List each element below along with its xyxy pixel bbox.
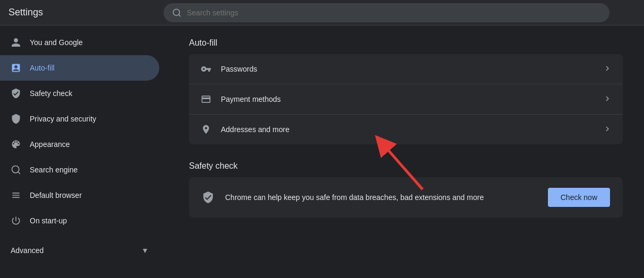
svg-line-1 xyxy=(178,14,180,16)
sidebar-item-label-auto-fill: Auto-fill xyxy=(30,64,55,72)
sidebar-item-label-appearance: Appearance xyxy=(30,140,70,149)
sidebar-item-you-and-google[interactable]: You and Google xyxy=(0,30,159,55)
sidebar-item-label-you-and-google: You and Google xyxy=(30,38,83,47)
safety-check-description: Chrome can help keep you safe from data … xyxy=(225,193,537,202)
addresses-label: Addresses and more xyxy=(221,125,594,134)
sidebar-item-label-safety-check: Safety check xyxy=(30,89,72,98)
sidebar-item-safety-check[interactable]: Safety check xyxy=(0,81,159,106)
location-pin-icon xyxy=(200,123,212,136)
sidebar-item-search-engine[interactable]: Search engine xyxy=(0,157,159,183)
browser-icon xyxy=(11,190,21,201)
sidebar-item-auto-fill[interactable]: Auto-fill xyxy=(0,55,159,81)
sidebar-item-label-search-engine: Search engine xyxy=(30,166,78,174)
safety-check-card: Chrome can help keep you safe from data … xyxy=(189,177,623,218)
passwords-chevron-icon xyxy=(603,64,612,75)
autofill-section-title: Auto-fill xyxy=(189,38,623,48)
svg-line-3 xyxy=(18,172,20,174)
autofill-icon xyxy=(11,63,21,73)
app-title: Settings xyxy=(8,7,157,18)
search-bar[interactable] xyxy=(164,3,609,22)
shield-check-icon xyxy=(11,88,21,99)
sidebar-item-privacy-and-security[interactable]: Privacy and security xyxy=(0,106,159,132)
autofill-card-list: Passwords Payment methods xyxy=(189,54,623,144)
sidebar-item-appearance[interactable]: Appearance xyxy=(0,132,159,157)
palette-icon xyxy=(11,139,21,150)
passwords-row[interactable]: Passwords xyxy=(189,54,623,84)
advanced-chevron-icon: ▼ xyxy=(141,246,149,255)
sidebar-item-on-start-up[interactable]: On start-up xyxy=(0,208,159,233)
safety-check-section-title: Safety check xyxy=(189,161,623,171)
main-layout: You and Google Auto-fill Safety check xyxy=(0,25,644,278)
top-bar: Settings xyxy=(0,0,644,25)
key-icon xyxy=(200,63,212,75)
power-icon xyxy=(11,215,21,226)
safety-shield-icon xyxy=(202,191,214,204)
content-area: Auto-fill Passwords xyxy=(168,25,644,278)
sidebar: You and Google Auto-fill Safety check xyxy=(0,25,168,278)
search-input[interactable] xyxy=(187,8,601,17)
shield-lock-icon xyxy=(11,114,21,124)
payment-methods-label: Payment methods xyxy=(221,95,594,103)
advanced-label: Advanced xyxy=(11,246,44,255)
credit-card-icon xyxy=(200,93,212,106)
payment-methods-chevron-icon xyxy=(603,94,612,105)
search-engine-icon xyxy=(11,164,21,175)
search-icon xyxy=(172,8,182,18)
person-icon xyxy=(11,37,21,48)
passwords-label: Passwords xyxy=(221,65,594,73)
sidebar-item-advanced[interactable]: Advanced ▼ xyxy=(0,238,159,263)
payment-methods-row[interactable]: Payment methods xyxy=(189,84,623,115)
content-wrapper: Auto-fill Passwords xyxy=(189,38,623,218)
check-now-button[interactable]: Check now xyxy=(548,188,610,207)
sidebar-item-label-on-start-up: On start-up xyxy=(30,216,67,225)
sidebar-item-label-privacy-and-security: Privacy and security xyxy=(30,115,96,123)
sidebar-item-label-default-browser: Default browser xyxy=(30,191,82,199)
addresses-chevron-icon xyxy=(603,124,612,135)
addresses-row[interactable]: Addresses and more xyxy=(189,115,623,144)
sidebar-item-default-browser[interactable]: Default browser xyxy=(0,183,159,208)
